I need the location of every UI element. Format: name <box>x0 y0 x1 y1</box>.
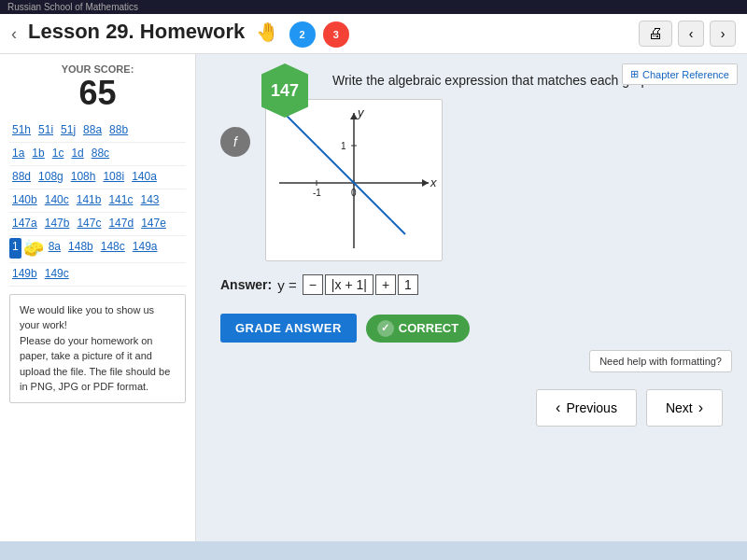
sidebar: YOUR SCORE: 65 51h 51i 51j 88a 88b 1a 1b… <box>0 54 196 541</box>
print-button[interactable]: 🖨 <box>639 21 672 47</box>
header: ‹ Lesson 29. Homework 🤚 2 3 🖨 ‹ › <box>0 14 747 54</box>
problem-row-6: 1 🧽 8a 148b 148c 149a <box>9 238 186 263</box>
page-title: Lesson 29. Homework 🤚 2 3 <box>28 20 631 48</box>
problem-147e[interactable]: 147e <box>138 215 169 231</box>
problem-149a[interactable]: 149a <box>130 238 161 259</box>
prev-nav: ‹ Previous <box>536 389 637 427</box>
help-formatting-button[interactable]: Need help with formatting? <box>589 350 732 372</box>
problem-1d[interactable]: 1d <box>68 145 86 161</box>
graph-container: x y -1 0 1 <box>265 99 443 261</box>
problem-88c[interactable]: 88c <box>89 145 112 161</box>
badge-2: 2 <box>289 21 316 48</box>
problem-51i[interactable]: 51i <box>35 121 56 138</box>
score-section: YOUR SCORE: 65 <box>9 63 186 112</box>
score-value: 65 <box>9 75 186 112</box>
badge-3: 3 <box>323 21 349 48</box>
problem-147a[interactable]: 147a <box>9 215 40 231</box>
back-button[interactable]: ‹ <box>11 24 17 44</box>
problem-108i[interactable]: 108i <box>100 168 127 185</box>
bookmark-icon: ⊞ <box>630 68 639 80</box>
correct-badge: ✓ CORRECT <box>366 315 470 343</box>
answer-formula: y = − |x + 1| + 1 <box>277 274 418 295</box>
content-area: ⊞ Chapter Reference 147 Write the algebr… <box>196 54 747 541</box>
main-layout: YOUR SCORE: 65 51h 51i 51j 88a 88b 1a 1b… <box>0 54 747 541</box>
problem-active[interactable]: 1 <box>9 238 21 259</box>
formula-y: y = <box>277 277 296 293</box>
problem-148c[interactable]: 148c <box>98 238 128 259</box>
problem-area: f x <box>220 99 732 261</box>
problem-row-2: 1a 1b 1c 1d 88c <box>9 145 186 166</box>
problem-141c[interactable]: 141c <box>106 191 135 208</box>
problem-140c[interactable]: 140c <box>42 191 72 208</box>
next-arrow: › <box>698 399 703 416</box>
prev-arrow: ‹ <box>556 399 560 416</box>
nav-left-button[interactable]: ‹ <box>678 21 704 47</box>
previous-button[interactable]: ‹ Previous <box>536 389 637 427</box>
problem-row-1: 51h 51i 51j 88a 88b <box>9 121 186 143</box>
svg-text:-1: -1 <box>313 188 321 198</box>
grade-row: GRADE ANSWER ✓ CORRECT <box>220 302 732 343</box>
problem-row-4: 140b 140c 141b 141c 143 <box>9 191 186 213</box>
formula-negative: − <box>303 274 323 295</box>
problem-108g[interactable]: 108g <box>35 168 66 185</box>
score-badge: 147 <box>261 63 308 118</box>
spongebob-icon: 🧽 <box>23 238 44 259</box>
nav-right-button[interactable]: › <box>710 21 736 47</box>
problem-143[interactable]: 143 <box>137 191 162 208</box>
problem-1c[interactable]: 1c <box>49 145 67 161</box>
grade-answer-button[interactable]: GRADE ANSWER <box>220 314 357 343</box>
problem-140b[interactable]: 140b <box>9 191 40 208</box>
problem-148a[interactable]: 8a <box>46 238 63 259</box>
problem-140a[interactable]: 140a <box>129 168 160 185</box>
formula-one: 1 <box>398 274 418 295</box>
problem-88b[interactable]: 88b <box>106 121 131 138</box>
function-label: f <box>220 127 250 157</box>
top-bar-label: Russian School of Mathematics <box>7 2 138 12</box>
problem-147d[interactable]: 147d <box>106 215 136 231</box>
nav-row: ‹ Previous Next › <box>211 389 723 427</box>
next-button[interactable]: Next › <box>646 389 723 427</box>
problem-147c[interactable]: 147c <box>74 215 104 231</box>
problem-141b[interactable]: 141b <box>74 191 105 208</box>
correct-check-icon: ✓ <box>377 320 394 337</box>
svg-text:x: x <box>430 175 437 189</box>
graph-svg: x y -1 0 1 <box>270 104 438 253</box>
next-nav: Next › <box>646 389 723 427</box>
problem-1a[interactable]: 1a <box>9 145 27 161</box>
problem-row-5: 147a 147b 147c 147d 147e <box>9 215 186 236</box>
problem-51j[interactable]: 51j <box>58 121 78 138</box>
problem-88d[interactable]: 88d <box>9 168 34 185</box>
answer-section: Answer: y = − |x + 1| + 1 <box>220 274 732 295</box>
hand-icon: 🤚 <box>256 21 279 42</box>
problem-148b[interactable]: 148b <box>65 238 96 259</box>
formula-plus: + <box>375 274 396 295</box>
top-bar: Russian School of Mathematics <box>0 0 747 14</box>
problem-108h[interactable]: 108h <box>68 168 99 185</box>
problem-149b[interactable]: 149b <box>9 265 40 282</box>
problem-row-7: 149b 149c <box>9 265 186 287</box>
problem-147b[interactable]: 147b <box>42 215 73 231</box>
problem-88a[interactable]: 88a <box>80 121 105 138</box>
homework-note: We would like you to show us your work! … <box>9 294 186 403</box>
answer-label: Answer: <box>220 277 272 292</box>
problem-51h[interactable]: 51h <box>9 121 34 138</box>
chapter-reference-button[interactable]: ⊞ Chapter Reference <box>622 63 738 85</box>
svg-text:1: 1 <box>341 141 346 151</box>
header-icons: 🖨 ‹ › <box>639 21 736 47</box>
problem-row-3: 88d 108g 108h 108i 140a <box>9 168 186 189</box>
svg-text:0: 0 <box>351 188 357 198</box>
problem-1b[interactable]: 1b <box>29 145 47 161</box>
correct-label: CORRECT <box>399 321 458 335</box>
formula-abs: |x + 1| <box>325 274 374 295</box>
problem-149c[interactable]: 149c <box>42 265 72 282</box>
